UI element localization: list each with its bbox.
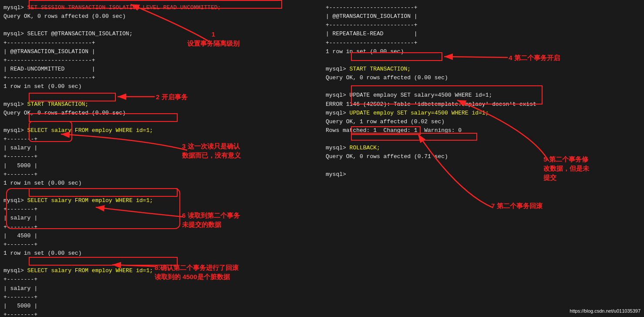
right-terminal: +-------------------------+ | @@TRANSACT…	[322, 0, 644, 317]
highlight-start-transaction-left	[29, 93, 116, 101]
annotation-4: 4 第二个事务开启	[509, 53, 560, 62]
highlight-rollback-ok	[351, 133, 477, 141]
highlight-select-1	[29, 113, 178, 122]
url-bar: https://blog.csdn.net/u011035397	[570, 307, 641, 315]
annotation-5: 5 第二个事务修改数据，但是未提交	[543, 155, 589, 182]
highlight-update-employ	[351, 85, 543, 105]
annotation-2: 2 开启事务	[156, 92, 188, 101]
annotation-7: 7 第二个事务回滚	[491, 201, 543, 210]
annotation-1: 1设置事务隔离级别	[187, 30, 239, 48]
annotation-3: 3 这一次读只是确认数据而已，没有意义	[182, 142, 241, 160]
highlight-start-transaction-right	[351, 52, 442, 61]
highlight-set-session	[29, 0, 282, 9]
annotation-6: 6 读取到第二个事务未提交的数据	[182, 211, 240, 229]
left-terminal: mysql> SET SESSION TRANSACTION ISOLATION…	[0, 0, 322, 317]
highlight-select-2-oval	[6, 188, 180, 229]
highlight-5000	[29, 121, 72, 142]
annotation-8: 8:确认第二个事务进行了回滚读取到的 4500是个脏数据	[155, 263, 239, 281]
